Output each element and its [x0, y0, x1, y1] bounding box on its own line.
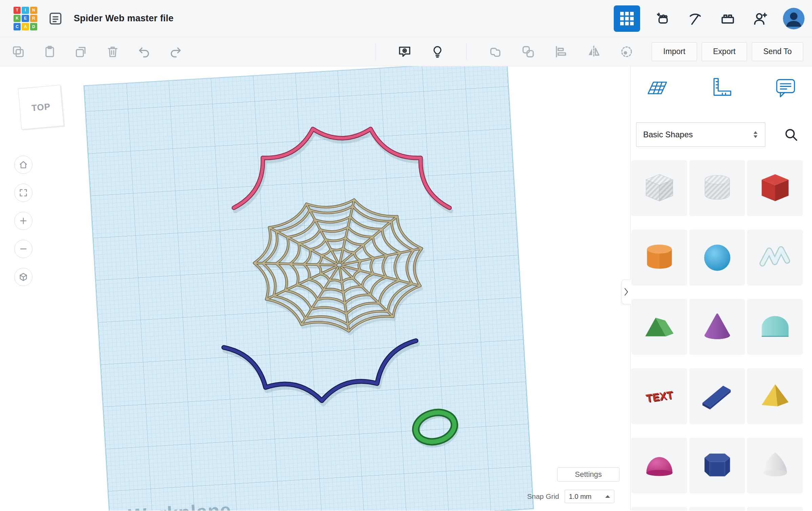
box-transparent-icon [640, 169, 678, 207]
copy-icon [12, 45, 25, 58]
cylinder-transparent-icon [698, 169, 736, 207]
redo-button[interactable] [166, 42, 185, 61]
group-button[interactable] [486, 42, 505, 61]
dashboard-designs-button[interactable] [614, 5, 640, 32]
group-icon [489, 45, 502, 59]
shape-paraboloid[interactable] [747, 438, 803, 493]
caret-up-icon [605, 495, 610, 498]
shape-box[interactable] [747, 160, 803, 216]
perspective-cube-icon [19, 272, 28, 282]
copy-button[interactable] [9, 42, 28, 61]
workplane-tool-button[interactable] [644, 75, 670, 101]
design-title[interactable]: Spider Web master file [74, 13, 174, 24]
shape-cylinder-transparent[interactable] [689, 160, 745, 216]
zoom-out-button[interactable] [14, 240, 32, 258]
blue-wedge-icon [698, 377, 736, 415]
avatar[interactable] [783, 8, 805, 29]
shape-tile-partial[interactable] [631, 507, 687, 511]
pickaxe-icon [688, 11, 703, 26]
search-shapes-button[interactable] [782, 125, 800, 144]
shape-half-sphere[interactable] [631, 438, 687, 493]
duplicate-button[interactable] [72, 42, 91, 61]
logo-letter: T [14, 7, 21, 14]
snap-grid-control: Snap Grid 1.0 mm [527, 490, 614, 503]
weld-button[interactable] [617, 42, 636, 61]
hex-prism-icon [698, 447, 736, 485]
invite-collaborator-button[interactable] [750, 9, 770, 28]
undo-button[interactable] [135, 42, 154, 61]
redo-icon [169, 45, 182, 58]
header-right-group [614, 5, 812, 32]
lightbulb-icon [431, 45, 444, 59]
perspective-toggle-button[interactable] [14, 268, 32, 286]
teal-round-roof-icon [756, 308, 794, 346]
toolbar-separator [376, 43, 376, 60]
export-button[interactable]: Export [702, 42, 747, 61]
shape-tile-partial[interactable] [747, 507, 803, 511]
logo-letter: D [30, 23, 37, 30]
brick-icon [720, 11, 735, 26]
workplane[interactable]: Workplane [84, 66, 534, 511]
viewport-3d[interactable]: Workplane TOP [0, 66, 630, 511]
mirror-button[interactable] [584, 42, 603, 61]
panel-collapse-handle[interactable] [622, 279, 631, 304]
shape-round-roof[interactable] [747, 299, 803, 355]
send-to-button[interactable]: Send To [752, 42, 803, 61]
notes-tool-button[interactable] [773, 75, 798, 101]
shape-polygon[interactable] [689, 438, 745, 493]
shape-wedge[interactable] [689, 368, 745, 424]
undo-icon [138, 45, 151, 58]
list-icon [48, 11, 63, 26]
home-icon [19, 160, 28, 169]
import-button[interactable]: Import [652, 42, 697, 61]
align-button[interactable] [551, 42, 570, 61]
ruler-tool-button[interactable] [708, 75, 734, 101]
logo-letter: R [30, 15, 37, 22]
view-controls [14, 156, 32, 286]
fit-view-icon [19, 188, 28, 198]
shape-roof[interactable] [631, 299, 687, 355]
delete-button[interactable] [103, 42, 122, 61]
snap-grid-dropdown[interactable]: 1.0 mm [565, 490, 614, 503]
home-view-button[interactable] [14, 156, 32, 174]
shape-text[interactable]: TEXT TEXT [631, 368, 687, 424]
shape-box-transparent[interactable] [631, 160, 687, 216]
chevron-right-icon [624, 288, 629, 296]
shape-cone[interactable] [689, 299, 745, 355]
app-header: T I N K E R C A D Spider Web master file [0, 0, 812, 37]
view-cube[interactable]: TOP [18, 85, 64, 130]
mirror-icon [587, 45, 601, 59]
paste-button[interactable] [40, 42, 59, 61]
search-icon [784, 127, 798, 142]
shape-sphere[interactable] [689, 230, 745, 285]
logo-letter: C [14, 23, 21, 30]
scribble-icon [756, 239, 794, 277]
logo-letter: I [22, 7, 29, 14]
shapes-category-value: Basic Shapes [643, 130, 693, 139]
notes-hint-button[interactable] [428, 42, 447, 61]
shape-scribble[interactable] [747, 230, 803, 285]
circuits-button[interactable] [653, 9, 673, 28]
tinkercad-logo[interactable]: T I N K E R C A D [14, 7, 37, 30]
minecraft-export-button[interactable] [685, 9, 705, 28]
lego-export-button[interactable] [718, 9, 738, 28]
design-properties-button[interactable] [46, 9, 65, 28]
main-area: Workplane TOP [0, 66, 812, 511]
zoom-in-button[interactable] [14, 212, 32, 230]
grid-settings-button[interactable]: Settings [557, 467, 619, 482]
toolbar-separator [466, 43, 467, 60]
shapes-category-dropdown[interactable]: Basic Shapes [636, 122, 765, 147]
shape-pyramid[interactable] [747, 368, 803, 424]
shape-tile-partial[interactable] [689, 507, 745, 511]
clipboard-group [9, 42, 185, 61]
object-tools-group [370, 42, 636, 61]
snap-grid-value: 1.0 mm [569, 493, 592, 501]
minus-icon [19, 244, 28, 254]
ungroup-button[interactable] [519, 42, 538, 61]
fit-view-button[interactable] [14, 184, 32, 202]
trash-icon [106, 45, 119, 58]
show-all-button[interactable] [395, 42, 414, 61]
logo-letter: E [22, 15, 29, 22]
shapes-category-row: Basic Shapes [636, 122, 807, 147]
shape-cylinder[interactable] [631, 230, 687, 285]
